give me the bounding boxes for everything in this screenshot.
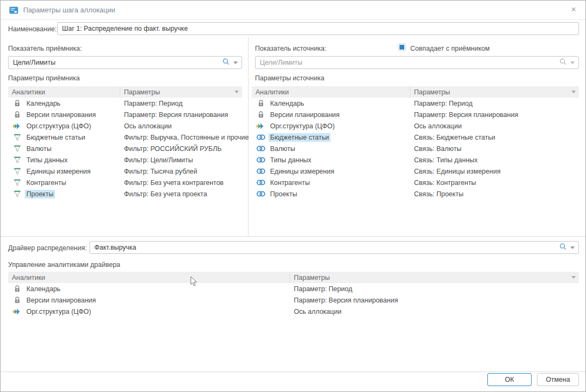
driver-input[interactable]: Факт.выручка bbox=[89, 241, 579, 254]
row-label: Проекты bbox=[268, 190, 299, 198]
table-row[interactable]: КалендарьПараметр: Период bbox=[8, 98, 242, 109]
lock-icon bbox=[256, 111, 265, 118]
table-row[interactable]: ПроектыСвязь: Проекты bbox=[252, 188, 579, 200]
lock-icon bbox=[12, 100, 22, 107]
link-icon bbox=[256, 180, 265, 185]
source-indicator-label: Показатель источника: bbox=[255, 45, 326, 52]
table-row[interactable]: Орг.структура (ЦФО)Ось аллокации bbox=[252, 120, 579, 132]
receiver-table: АналитикиПараметрыКалендарьПараметр: Пер… bbox=[8, 86, 242, 200]
source-indicator-input: Цели/Лимиты bbox=[255, 56, 579, 69]
receiver-section-title: Параметры приёмника bbox=[8, 74, 80, 82]
table-row[interactable]: Типы данныхФильтр: Цели/Лимиты bbox=[8, 154, 242, 166]
cancel-button[interactable]: Отмена bbox=[537, 373, 579, 386]
row-param: Фильтр: Без учета проекта bbox=[120, 190, 242, 198]
row-param: Связь: Проекты bbox=[410, 190, 579, 198]
axis-icon bbox=[12, 123, 22, 129]
row-label: Бюджетные статьи bbox=[268, 133, 330, 142]
name-input-value: Шаг 1: Распределение по факт. выручке bbox=[62, 25, 578, 32]
name-input[interactable]: Шаг 1: Распределение по факт. выручке bbox=[57, 22, 579, 35]
row-label: Валюты bbox=[268, 145, 297, 153]
row-label: Контрагенты bbox=[25, 178, 68, 187]
table-row[interactable]: ПроектыФильтр: Без учета проекта bbox=[8, 188, 242, 200]
row-label: Орг.структура (ЦФО) bbox=[25, 122, 93, 130]
row-label: Календарь bbox=[268, 99, 306, 108]
link-icon bbox=[256, 134, 265, 140]
table-row[interactable]: Версии планированияПараметр: Версия план… bbox=[252, 109, 579, 120]
driver-table: АналитикиПараметрыКалендарьПараметр: Пер… bbox=[8, 272, 579, 317]
row-param: Фильтр: РОССИЙСКИЙ РУБЛЬ bbox=[120, 145, 242, 153]
lock-icon bbox=[12, 111, 22, 118]
close-icon[interactable]: × bbox=[569, 5, 578, 15]
table-row[interactable]: КонтрагентыФильтр: Без учета контрагенто… bbox=[8, 177, 242, 188]
row-label: Орг.структура (ЦФО) bbox=[25, 307, 93, 316]
row-label: Календарь bbox=[25, 99, 62, 108]
row-param: Ось аллокации bbox=[120, 122, 242, 130]
row-label: Единицы измерения bbox=[268, 167, 336, 176]
row-param: Ось аллокации bbox=[290, 308, 579, 315]
table-row[interactable]: ВалютыСвязь: Валюты bbox=[252, 143, 579, 154]
filter-icon bbox=[12, 168, 22, 175]
row-label: Версии планирования bbox=[268, 111, 341, 119]
table-row[interactable]: КонтрагентыСвязь: Контрагенты bbox=[252, 177, 579, 188]
column-header-analytics: Аналитики bbox=[8, 86, 120, 98]
source-table: АналитикиПараметрыКалендарьПараметр: Пер… bbox=[252, 86, 579, 200]
table-row[interactable]: ВалютыФильтр: РОССИЙСКИЙ РУБЛЬ bbox=[8, 143, 242, 154]
lock-icon bbox=[12, 285, 22, 292]
table-row[interactable]: КалендарьПараметр: Период bbox=[252, 98, 579, 109]
row-label: Календарь bbox=[25, 285, 62, 293]
column-filter-button[interactable] bbox=[568, 86, 579, 98]
row-label: Контрагенты bbox=[268, 178, 312, 187]
row-param: Фильтр: Выручка, Постоянные и прочие bbox=[120, 134, 249, 141]
chevron-down-icon[interactable] bbox=[570, 246, 575, 249]
filter-icon bbox=[12, 179, 22, 186]
table-header: АналитикиПараметры bbox=[8, 272, 579, 283]
column-filter-button[interactable] bbox=[231, 86, 242, 98]
table-row[interactable]: КалендарьПараметр: Период bbox=[8, 283, 579, 294]
column-header-parameters: Параметры bbox=[120, 88, 231, 96]
row-param: Параметр: Версия планирования bbox=[410, 111, 579, 119]
table-row[interactable]: Орг.структура (ЦФО)Ось аллокации bbox=[8, 120, 242, 132]
match-receiver-checkbox[interactable] bbox=[398, 43, 406, 51]
table-row[interactable]: Орг.структура (ЦФО)Ось аллокации bbox=[8, 306, 579, 317]
axis-icon bbox=[256, 123, 265, 129]
receiver-indicator-value: Цели/Лимиты bbox=[13, 59, 222, 66]
table-row[interactable]: Версии планированияПараметр: Версия план… bbox=[8, 294, 579, 306]
row-param: Параметр: Период bbox=[290, 285, 579, 293]
link-icon bbox=[256, 157, 265, 163]
row-label: Типы данных bbox=[25, 156, 70, 164]
search-icon[interactable] bbox=[222, 58, 230, 67]
table-row[interactable]: Единицы измеренияСвязь: Единицы измерени… bbox=[252, 166, 579, 177]
table-row[interactable]: Бюджетные статьиФильтр: Выручка, Постоян… bbox=[8, 132, 242, 143]
chevron-down-icon bbox=[570, 61, 575, 64]
row-label: Типы данных bbox=[268, 156, 313, 164]
table-row[interactable]: Бюджетные статьиСвязь: Бюджетные статьи bbox=[252, 132, 579, 143]
chevron-down-icon[interactable] bbox=[233, 61, 238, 64]
search-icon bbox=[559, 58, 567, 67]
title-bar: Параметры шага аллокации × bbox=[1, 1, 585, 20]
table-row[interactable]: Типы данныхСвязь: Типы данных bbox=[252, 154, 579, 166]
source-section-title: Параметры источника bbox=[255, 74, 325, 82]
table-row[interactable]: Единицы измеренияФильтр: Тысяча рублей bbox=[8, 166, 242, 177]
dialog-title: Параметры шага аллокации bbox=[23, 6, 115, 14]
column-filter-button[interactable] bbox=[568, 272, 579, 283]
row-param: Фильтр: Цели/Лимиты bbox=[120, 156, 242, 164]
row-param: Связь: Контрагенты bbox=[410, 179, 579, 187]
table-row[interactable]: Версии планированияПараметр: Версия план… bbox=[8, 109, 242, 120]
row-param: Фильтр: Без учета контрагентов bbox=[120, 179, 242, 187]
row-label: Бюджетные статьи bbox=[25, 133, 87, 142]
row-label: Проекты bbox=[25, 190, 55, 198]
chevron-down-icon bbox=[235, 91, 239, 93]
ok-button[interactable]: ОК bbox=[487, 373, 532, 386]
row-param: Ось аллокации bbox=[410, 122, 579, 130]
allocation-step-dialog: Параметры шага аллокации × Наименование:… bbox=[0, 0, 586, 392]
row-param: Параметр: Период bbox=[410, 100, 579, 107]
search-icon[interactable] bbox=[559, 243, 567, 252]
footer-divider bbox=[1, 372, 585, 372]
checkbox-checked-mark bbox=[399, 45, 404, 50]
column-header-parameters: Параметры bbox=[410, 88, 568, 96]
row-param: Связь: Единицы измерения bbox=[410, 168, 579, 175]
receiver-indicator-input[interactable]: Цели/Лимиты bbox=[8, 56, 242, 69]
source-indicator-value: Цели/Лимиты bbox=[260, 59, 559, 66]
chevron-down-icon bbox=[571, 276, 576, 279]
row-label: Единицы измерения bbox=[25, 167, 92, 176]
